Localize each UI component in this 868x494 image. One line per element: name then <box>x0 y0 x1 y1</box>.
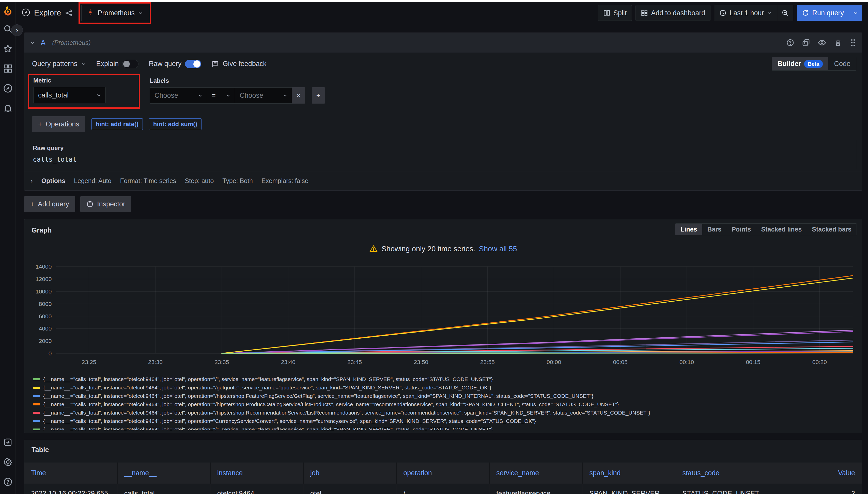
legend-series-swatch <box>33 420 40 422</box>
graph-mode-stacked-lines[interactable]: Stacked lines <box>756 224 807 235</box>
column-header-instance[interactable]: instance <box>211 462 303 483</box>
table-row: 2022-10-16 00:22:29.655calls_totalotelco… <box>24 483 862 494</box>
help-icon[interactable] <box>2 476 14 488</box>
graph-mode-group: LinesBarsPointsStacked linesStacked bars <box>675 223 857 235</box>
options-label: Options <box>41 177 65 185</box>
drag-handle-icon[interactable] <box>850 39 856 46</box>
explain-switch[interactable] <box>122 60 139 68</box>
run-query-button[interactable]: Run query <box>797 5 862 21</box>
give-feedback-link[interactable]: Give feedback <box>212 60 267 68</box>
graph-canvas[interactable]: 0200040006000800010000120001400023:2523:… <box>30 258 857 373</box>
zoom-out-time-button[interactable] <box>777 5 793 21</box>
legend-item[interactable]: {__name__="calls_total", instance="otelc… <box>33 400 857 408</box>
datasource-picker[interactable]: Prometheus <box>81 5 148 21</box>
dashboards-icon[interactable] <box>2 63 14 74</box>
warning-text: Showing only 20 time series. <box>381 245 475 253</box>
metric-select[interactable]: calls_total <box>33 87 106 103</box>
hint-add-rate-button[interactable]: hint: add rate() <box>91 118 143 130</box>
nav-sidebar <box>0 2 16 494</box>
label-value-select[interactable]: Choose <box>235 87 292 103</box>
share-icon[interactable] <box>65 9 73 17</box>
legend-series-label: {__name__="calls_total", instance="otelc… <box>43 418 536 424</box>
grafana-explore-app: › Explore Prometheus <box>0 2 868 494</box>
explore-compass-icon[interactable] <box>2 83 14 94</box>
query-help-icon[interactable] <box>786 39 794 47</box>
add-label-filter-button[interactable]: + <box>312 87 325 103</box>
legend-item[interactable]: {__name__="calls_total", instance="otelc… <box>33 375 857 383</box>
toggle-visibility-eye-icon[interactable] <box>818 38 826 47</box>
y-axis-tick-label: 10000 <box>36 288 52 295</box>
column-header-job[interactable]: job <box>303 462 396 483</box>
metric-label: Metric <box>33 77 106 84</box>
legend-item[interactable]: {__name__="calls_total", instance="otelc… <box>33 408 857 417</box>
show-all-series-link[interactable]: Show all 55 <box>479 245 517 253</box>
options-collapsible-header[interactable]: › Options Legend: Auto Format: Time seri… <box>24 172 862 190</box>
query-row-header[interactable]: A (Prometheus) <box>24 33 862 53</box>
legend-item[interactable]: {__name__="calls_total", instance="otelc… <box>33 417 857 425</box>
column-header-time[interactable]: Time <box>24 462 117 483</box>
y-axis-tick-label: 8000 <box>39 301 52 307</box>
sidebar-expand-button[interactable]: › <box>11 24 23 36</box>
query-patterns-dropdown[interactable]: Query patterns <box>32 60 86 68</box>
raw-query-toggle[interactable]: Raw query <box>149 60 201 68</box>
delete-query-trash-icon[interactable] <box>834 39 842 47</box>
legend-item[interactable]: {__name__="calls_total", instance="otelc… <box>33 392 857 400</box>
apps-grid-icon <box>641 10 648 17</box>
x-axis-tick-label: 00:15 <box>746 359 760 365</box>
grafana-logo[interactable] <box>2 5 14 17</box>
column-header-spankind[interactable]: span_kind <box>583 462 676 483</box>
split-button[interactable]: Split <box>598 5 632 21</box>
column-header-name[interactable]: __name__ <box>117 462 211 483</box>
legend-item[interactable]: {__name__="calls_total", instance="otelc… <box>33 425 857 430</box>
info-circle-icon <box>86 201 93 208</box>
inspector-button[interactable]: Inspector <box>80 196 131 212</box>
time-range-picker[interactable]: Last 1 hour <box>714 5 777 21</box>
explain-toggle[interactable]: Explain <box>96 60 139 68</box>
column-header-operation[interactable]: operation <box>397 462 490 483</box>
chevron-down-icon <box>225 93 231 98</box>
explore-compass-icon <box>21 8 31 18</box>
raw-query-switch[interactable] <box>185 60 201 68</box>
graph-mode-stacked-bars[interactable]: Stacked bars <box>807 224 856 235</box>
builder-mode-tab[interactable]: Builder Beta <box>772 57 829 70</box>
x-axis-tick-label: 23:55 <box>480 359 495 365</box>
options-step-summary: Step: auto <box>185 177 214 185</box>
duplicate-query-icon[interactable] <box>802 39 810 47</box>
warning-triangle-icon <box>369 245 378 253</box>
x-axis-tick-label: 23:25 <box>82 359 96 365</box>
sign-in-icon[interactable] <box>2 437 14 448</box>
graph-mode-bars[interactable]: Bars <box>702 224 727 235</box>
operations-button[interactable]: + Operations <box>32 116 85 132</box>
add-to-dashboard-button[interactable]: Add to dashboard <box>635 5 710 21</box>
column-header-statuscode[interactable]: status_code <box>676 462 768 483</box>
x-axis-tick-label: 23:35 <box>215 359 229 365</box>
label-key-select[interactable]: Choose <box>150 87 207 103</box>
legend-series-label: {__name__="calls_total", instance="otelc… <box>43 401 619 407</box>
table-cell: / <box>397 483 490 494</box>
zoom-out-icon <box>781 9 789 17</box>
y-axis-tick-label: 2000 <box>39 338 52 344</box>
graph-mode-lines[interactable]: Lines <box>675 224 702 235</box>
run-query-caret[interactable] <box>849 5 862 21</box>
legend-series-label: {__name__="calls_total", instance="otelc… <box>43 385 491 391</box>
alerting-bell-icon[interactable] <box>2 102 14 114</box>
label-operator-select[interactable]: = <box>207 87 235 103</box>
hint-add-sum-button[interactable]: hint: add sum() <box>149 118 201 130</box>
legend-series-label: {__name__="calls_total", instance="otelc… <box>43 393 593 399</box>
y-axis-tick-label: 4000 <box>39 325 52 332</box>
table-cell: calls_total <box>117 483 211 494</box>
column-header-servicename[interactable]: service_name <box>490 462 583 483</box>
legend-item[interactable]: {__name__="calls_total", instance="otelc… <box>33 383 857 392</box>
options-type-summary: Type: Both <box>222 177 253 185</box>
code-mode-tab[interactable]: Code <box>828 57 856 70</box>
table-cell: 2022-10-16 00:22:29.655 <box>24 483 117 494</box>
query-ref-id: A <box>41 39 46 47</box>
raw-query-value: calls_total <box>33 156 76 163</box>
remove-label-filter-button[interactable]: × <box>292 87 305 103</box>
explore-title: Explore <box>21 8 73 18</box>
column-header-value[interactable]: Value <box>768 462 862 483</box>
add-query-button[interactable]: + Add query <box>24 196 75 212</box>
starred-icon[interactable] <box>2 43 14 54</box>
settings-gear-icon[interactable] <box>2 456 14 468</box>
graph-mode-points[interactable]: Points <box>726 224 756 235</box>
